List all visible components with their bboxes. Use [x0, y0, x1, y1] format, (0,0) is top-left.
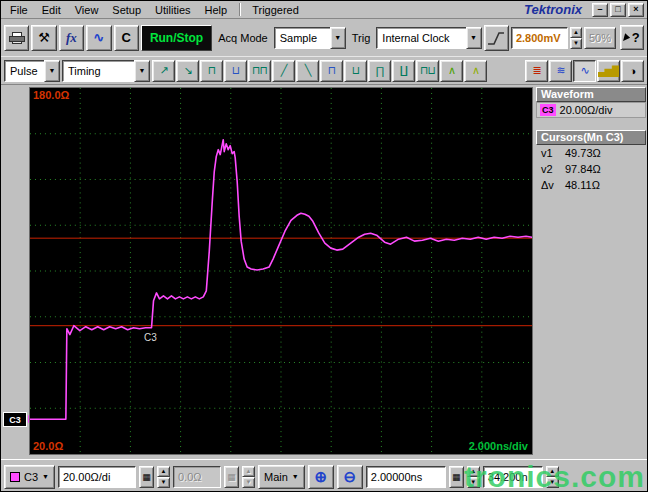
zoom-out-button[interactable]: ⊖	[337, 465, 363, 489]
graticule[interactable]: 180.0Ω 20.0Ω 2.000ns/div C3	[29, 87, 533, 455]
trigger-level-stepper: ▲ ▼	[570, 27, 583, 49]
trace-annotation: C3	[144, 332, 157, 343]
timebase-select-value: Main	[264, 471, 288, 483]
measure-button-10[interactable]: ∏	[368, 60, 391, 82]
menu-items: FileEditViewSetupUtilitiesHelp	[3, 3, 234, 17]
zoom-in-button[interactable]: ⊕	[308, 465, 334, 489]
measure-category-value: Pulse	[4, 60, 45, 82]
chevron-down-icon[interactable]: ▼	[330, 27, 346, 49]
cursor-dv-value: 48.11Ω	[565, 179, 600, 191]
chevron-down-icon[interactable]: ▼	[466, 27, 482, 49]
measure-button-9[interactable]: ⊔	[344, 60, 367, 82]
horizontal-scale-field[interactable]: 2.00000ns	[366, 466, 446, 488]
vertical-scale-stepper: ▲ ▼	[157, 466, 170, 488]
trigger-level-field[interactable]: 2.800mV	[511, 27, 568, 49]
display-button-1[interactable]: ≣	[525, 60, 548, 82]
close-button[interactable]: ×	[628, 3, 644, 17]
waveform-dialog-button[interactable]: ∿	[86, 25, 111, 51]
measure-button-7[interactable]: ╲	[296, 60, 319, 82]
trigger-slope-button[interactable]	[484, 25, 509, 51]
channel-color-swatch	[10, 472, 20, 482]
measure-group-select[interactable]: Timing ▼	[62, 60, 150, 82]
timebase-select[interactable]: Main ▼	[258, 465, 305, 489]
menu-bar: FileEditViewSetupUtilitiesHelp Triggered…	[1, 1, 647, 19]
keypad-button[interactable]: ▦	[449, 466, 464, 488]
menu-help[interactable]: Help	[198, 3, 235, 17]
measure-button-4[interactable]: ⊔	[224, 60, 247, 82]
measure-button-2[interactable]: ↘	[176, 60, 199, 82]
pointer-icon	[623, 33, 631, 42]
display-button-2[interactable]: ≋	[549, 60, 572, 82]
measure-button-12[interactable]: ⊓⊔	[416, 60, 439, 82]
clear-button[interactable]: C	[114, 25, 139, 51]
vertical-offset-value: 0.0Ω	[178, 471, 202, 483]
measure-button-11[interactable]: ∐	[392, 60, 415, 82]
spin-up-icon[interactable]: ▲	[157, 466, 170, 477]
measure-group-value: Timing	[62, 60, 135, 82]
menu-setup[interactable]: Setup	[105, 3, 148, 17]
waveform-scale-value: 20.00Ω/div	[560, 104, 613, 116]
display-button-4[interactable]: ▃▅▇	[597, 60, 620, 82]
channel-select[interactable]: C3 ▼	[4, 465, 55, 489]
trigger-status: Triggered	[246, 4, 305, 16]
spin-up-icon[interactable]: ▲	[546, 466, 559, 477]
chevron-down-icon[interactable]: ▼	[134, 60, 150, 82]
vertical-offset-stepper: ▲ ▼	[242, 466, 255, 488]
zoom-in-icon: ⊕	[314, 468, 327, 486]
cursor-readout-row: v2 97.84Ω	[536, 161, 646, 177]
tools-button[interactable]: ⚒	[31, 25, 56, 51]
keypad-button[interactable]: ▦	[139, 466, 154, 488]
set-50pct-button[interactable]: 50%	[584, 27, 615, 49]
spin-down-icon[interactable]: ▼	[570, 38, 583, 49]
acq-mode-label: Acq Mode	[218, 32, 268, 44]
spin-up-icon[interactable]: ▲	[467, 466, 480, 477]
math-button[interactable]: fx	[59, 25, 84, 51]
menu-view[interactable]: View	[68, 3, 106, 17]
channel-select-value: C3	[24, 471, 38, 483]
menu-utilities[interactable]: Utilities	[148, 3, 197, 17]
spin-down-icon[interactable]: ▼	[157, 477, 170, 488]
measure-buttons: ↗↘⊓⊔⊓⊓╱╲⊓⊔∏∐⊓⊔∧∧	[152, 60, 487, 82]
window-buttons: – □ ×	[592, 3, 644, 17]
cursors-block: Cursors(Mn C3) v1 49.73Ω v2 97.84Ω Δv 48…	[536, 130, 646, 193]
waveform-panel-header: Waveform	[536, 87, 646, 102]
run-stop-button[interactable]: Run/Stop	[141, 25, 212, 51]
measure-button-13[interactable]: ∧	[440, 60, 463, 82]
display-button-3[interactable]: ∿	[573, 60, 596, 82]
cursor-readout-row: Δv 48.11Ω	[536, 177, 646, 193]
measure-button-5[interactable]: ⊓⊓	[248, 60, 271, 82]
vertical-top-label: 180.0Ω	[33, 89, 69, 101]
print-button[interactable]	[4, 25, 29, 51]
measurement-toolbar: Pulse ▼ Timing ▼ ↗↘⊓⊔⊓⊓╱╲⊓⊔∏∐⊓⊔∧∧ ≣≋∿▃▅▇…	[1, 57, 647, 85]
context-help-button[interactable]: ?	[620, 25, 644, 50]
bottom-bar: C3 ▼ 20.00Ω/di ▦ ▲ ▼ 0.0Ω ▦ ▲ ▼ Main ▼ ⊕…	[1, 459, 647, 492]
measure-button-14[interactable]: ∧	[464, 60, 487, 82]
spin-down-icon[interactable]: ▼	[546, 477, 559, 488]
horizontal-delay-field[interactable]: 34.200n	[483, 466, 543, 488]
measure-category-select[interactable]: Pulse ▼	[4, 60, 60, 82]
vertical-scale-field[interactable]: 20.00Ω/di	[58, 466, 136, 488]
chevron-down-icon: ▼	[292, 473, 299, 480]
minimize-button[interactable]: –	[592, 3, 608, 17]
maximize-button[interactable]: □	[610, 3, 626, 17]
vertical-bottom-label: 20.0Ω	[33, 440, 63, 452]
measure-button-8[interactable]: ⊓	[320, 60, 343, 82]
measure-button-3[interactable]: ⊓	[200, 60, 223, 82]
display-buttons: ≣≋∿▃▅▇◑	[525, 60, 644, 82]
keypad-button: ▦	[224, 466, 239, 488]
menu-file[interactable]: File	[3, 3, 35, 17]
acq-mode-select[interactable]: Sample ▼	[274, 27, 346, 49]
cursor-v2-label: v2	[541, 163, 565, 175]
waveform-icon: ∿	[93, 30, 104, 45]
acq-mode-value: Sample	[274, 27, 331, 49]
printer-icon	[9, 32, 25, 44]
spin-up-icon[interactable]: ▲	[570, 27, 583, 38]
measure-button-6[interactable]: ╱	[272, 60, 295, 82]
chevron-down-icon[interactable]: ▼	[44, 60, 60, 82]
menu-edit[interactable]: Edit	[35, 3, 68, 17]
channel-tag-c3[interactable]: C3	[3, 412, 27, 427]
trig-source-select[interactable]: Internal Clock ▼	[376, 27, 481, 49]
spin-down-icon[interactable]: ▼	[467, 477, 480, 488]
measure-button-1[interactable]: ↗	[152, 60, 175, 82]
display-button-5[interactable]: ◑	[621, 60, 644, 82]
